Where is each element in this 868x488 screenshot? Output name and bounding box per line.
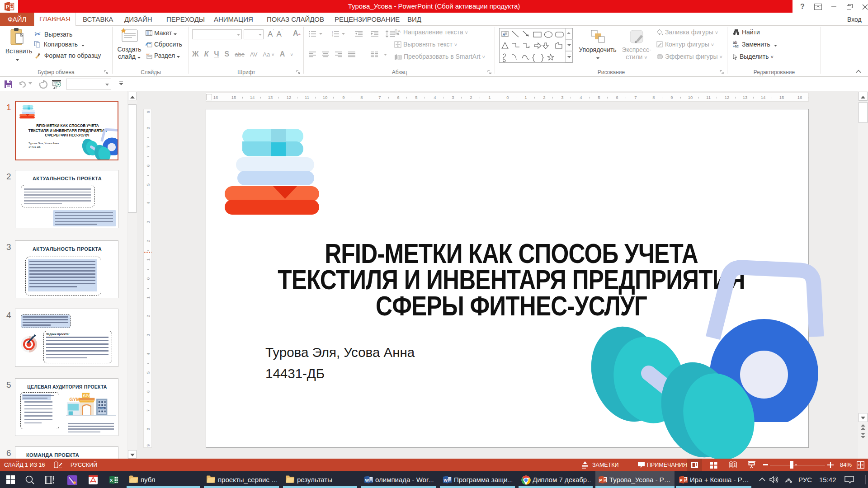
svg-text:A: A [503, 33, 505, 37]
svg-text:ac: ac [735, 44, 739, 48]
svg-text:W: W [444, 478, 448, 483]
svg-text:SPA: SPA [83, 394, 91, 398]
svg-text:W: W [365, 478, 369, 483]
svg-text:GYM: GYM [69, 397, 80, 402]
svg-text:HOTEL: HOTEL [98, 407, 105, 409]
svg-text:X: X [110, 478, 113, 483]
svg-text:A: A [398, 29, 401, 33]
svg-text:P: P [599, 478, 602, 483]
svg-text:P: P [680, 478, 683, 483]
svg-text:3: 3 [332, 35, 333, 37]
svg-text:P: P [6, 4, 9, 9]
